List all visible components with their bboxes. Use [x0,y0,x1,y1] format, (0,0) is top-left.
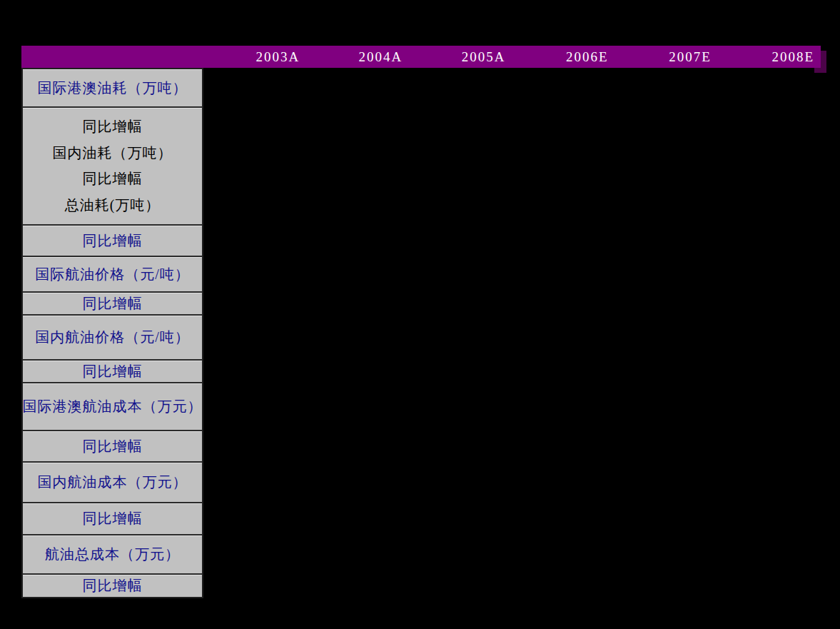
row-yoy-growth: 同比增幅 [23,293,202,316]
row-intl-hk-macau-jet-fuel-cost: 国际港澳航油成本（万元） [23,383,202,431]
row-total-fuel-consumption: 总油耗(万吨） [65,192,161,218]
table-header-row: 2003A 2004A 2005A 2006E 2007E 2008E [21,46,821,68]
row-domestic-fuel-consumption: 国内油耗（万吨） [53,140,173,166]
row-intl-hk-macau-fuel-consumption: 国际港澳油耗（万吨） [23,69,202,108]
report-table-screenshot: 2003A 2004A 2005A 2006E 2007E 2008E 国际港澳… [0,0,840,629]
row-yoy-growth-line: 同比增幅 [83,114,143,140]
row-yoy-growth: 同比增幅 [23,361,202,383]
row-yoy-growth: 同比增幅 [23,226,202,257]
row-intl-jet-fuel-price: 国际航油价格（元/吨） [23,257,202,293]
year-header-2006e: 2006E [512,49,615,65]
row-domestic-jet-fuel-price: 国内航油价格（元/吨） [23,316,202,361]
year-header-2003a: 2003A [203,49,306,65]
row-group-domestic-and-total-fuel: 同比增幅 国内油耗（万吨） 同比增幅 总油耗(万吨） [23,108,202,226]
row-total-jet-fuel-cost: 航油总成本（万元） [23,535,202,575]
header-label-spacer [21,46,203,68]
year-header-2004a: 2004A [306,49,409,65]
row-yoy-growth: 同比增幅 [23,575,202,597]
row-yoy-growth-line: 同比增幅 [83,166,143,193]
row-label-column: 国际港澳油耗（万吨） 同比增幅 国内油耗（万吨） 同比增幅 总油耗(万吨） 同比… [21,68,203,598]
year-header-2007e: 2007E [615,49,718,65]
row-yoy-growth: 同比增幅 [23,503,202,535]
year-header-2005a: 2005A [409,49,512,65]
year-header-2008e: 2008E [718,49,821,65]
header-bar-shadow-bottom [814,68,826,73]
row-yoy-growth: 同比增幅 [23,431,202,463]
row-domestic-jet-fuel-cost: 国内航油成本（万元） [23,463,202,503]
